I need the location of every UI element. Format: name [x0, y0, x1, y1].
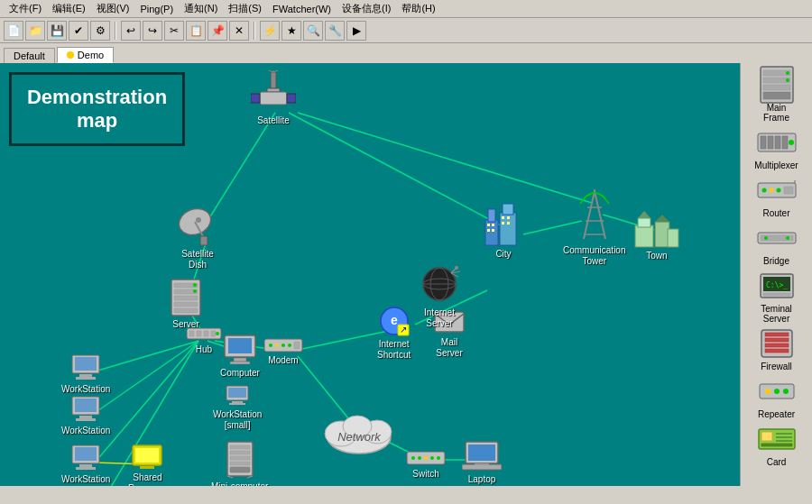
- svg-rect-173: [765, 338, 789, 342]
- node-satellite-dish[interactable]: SatelliteDish: [177, 206, 218, 270]
- svg-point-112: [430, 456, 434, 460]
- tb-save[interactable]: 💾: [47, 21, 67, 41]
- menu-edit[interactable]: 编辑(E): [47, 1, 91, 16]
- mail-server-label: MailServer: [436, 337, 462, 359]
- tb-lightning[interactable]: ⚡: [260, 21, 280, 41]
- node-internet-shortcut[interactable]: e ↗ InternetShortcut: [377, 305, 411, 361]
- svg-rect-23: [251, 94, 260, 103]
- workstation3-icon: [70, 444, 101, 472]
- menubar: 文件(F) 编辑(E) 视图(V) Ping(P) 通知(N) 扫描(S) FW…: [0, 0, 812, 18]
- tb-check[interactable]: ✔: [69, 21, 88, 41]
- menu-fwatcher[interactable]: FWatcher(W): [267, 3, 337, 15]
- computer-label: Computer: [220, 368, 260, 379]
- node-server[interactable]: Server: [170, 278, 202, 330]
- internet-server-icon: [417, 266, 462, 306]
- internet-shortcut-icon: e ↗: [378, 305, 411, 337]
- panel-bridge[interactable]: Bridge: [745, 222, 808, 266]
- node-mini-computer[interactable]: Mini-computer: [211, 440, 268, 486]
- shared-resource-icon: [131, 444, 163, 471]
- panel-repeater[interactable]: Repeater: [745, 375, 808, 419]
- mini-computer-label: Mini-computer: [211, 481, 268, 486]
- node-internet-server[interactable]: InternetServer: [417, 266, 462, 329]
- svg-rect-145: [763, 85, 790, 90]
- svg-rect-58: [79, 374, 92, 377]
- card-label: Card: [767, 457, 787, 467]
- svg-rect-172: [765, 333, 789, 336]
- menu-deviceinfo[interactable]: 设备信息(I): [337, 1, 396, 16]
- network-cloud-icon: Network: [323, 410, 395, 457]
- tb-tools[interactable]: 🔧: [325, 21, 345, 41]
- node-network[interactable]: Network: [323, 410, 395, 457]
- tb-delete[interactable]: ✕: [229, 21, 249, 41]
- workstation-small-label: WorkStation[small]: [213, 409, 262, 431]
- satellite-icon: [251, 70, 296, 114]
- svg-rect-181: [761, 432, 772, 441]
- node-hub[interactable]: Hub: [186, 325, 222, 355]
- node-switch[interactable]: Switch: [406, 449, 446, 480]
- svg-point-38: [193, 283, 197, 287]
- node-laptop[interactable]: Laptop: [462, 440, 502, 485]
- node-town[interactable]: Town: [633, 209, 680, 261]
- panel-multiplexer[interactable]: Multiplexer: [745, 126, 808, 170]
- panel-router[interactable]: Router: [745, 174, 808, 218]
- svg-rect-128: [502, 222, 504, 225]
- node-modem[interactable]: Modem: [263, 337, 303, 366]
- svg-point-158: [776, 188, 780, 193]
- workstation2-label: WorkStation: [61, 426, 110, 436]
- workstation-small-icon: [225, 384, 250, 408]
- tab-demo[interactable]: Demo: [57, 47, 114, 63]
- tb-search[interactable]: 🔍: [303, 21, 323, 41]
- tb-paste[interactable]: 📌: [208, 21, 227, 41]
- panel-mainframe[interactable]: MainFrame: [745, 69, 808, 123]
- tb-sep1: [115, 22, 116, 40]
- node-comm-tower[interactable]: CommunicationTower: [563, 189, 625, 267]
- node-workstation3[interactable]: WorkStation: [61, 444, 110, 485]
- svg-point-179: [783, 389, 789, 394]
- menu-file[interactable]: 文件(F): [4, 1, 47, 16]
- tab-dot: [67, 51, 74, 59]
- panel-firewall[interactable]: Firewall: [745, 327, 808, 371]
- menu-notify[interactable]: 通知(N): [179, 1, 223, 16]
- city-label: City: [495, 249, 511, 260]
- svg-rect-170: [763, 293, 790, 296]
- svg-rect-66: [79, 464, 92, 467]
- workstation1-icon: [70, 353, 101, 382]
- node-satellite[interactable]: Satellite: [251, 70, 296, 126]
- tb-forward[interactable]: ↪: [143, 21, 162, 41]
- hub-label: Hub: [196, 344, 212, 355]
- tb-star[interactable]: ★: [281, 21, 301, 41]
- node-workstation2[interactable]: WorkStation: [61, 395, 110, 436]
- tb-back[interactable]: ↩: [121, 21, 141, 41]
- svg-rect-83: [230, 462, 250, 465]
- node-computer[interactable]: Computer: [220, 334, 260, 379]
- svg-rect-20: [271, 72, 276, 88]
- panel-terminal-server[interactable]: C:\>_ TeminalServer: [745, 270, 808, 324]
- tb-new[interactable]: 📄: [4, 21, 23, 41]
- svg-rect-129: [507, 222, 510, 225]
- svg-point-147: [786, 71, 789, 75]
- node-city[interactable]: City: [484, 200, 523, 260]
- svg-rect-49: [230, 362, 250, 364]
- tb-run[interactable]: ▶: [346, 21, 366, 41]
- svg-point-154: [789, 140, 794, 145]
- svg-rect-76: [228, 388, 246, 398]
- node-workstation-small[interactable]: WorkStation[small]: [213, 384, 262, 431]
- node-workstation1[interactable]: WorkStation: [61, 353, 110, 395]
- menu-help[interactable]: 帮助(H): [396, 1, 440, 16]
- tab-default[interactable]: Default: [4, 48, 55, 63]
- switch-icon: [406, 449, 446, 467]
- svg-rect-137: [638, 218, 651, 227]
- menu-ping[interactable]: Ping(P): [134, 3, 179, 15]
- svg-rect-44: [211, 331, 216, 336]
- tb-cut[interactable]: ✂: [164, 21, 184, 41]
- tb-open[interactable]: 📁: [25, 21, 45, 41]
- menu-view[interactable]: 视图(V): [91, 1, 135, 16]
- tb-copy[interactable]: 📋: [186, 21, 206, 41]
- panel-card[interactable]: Card: [745, 423, 808, 467]
- shared-resource-label: SharedResource: [128, 472, 167, 486]
- svg-rect-36: [174, 302, 198, 307]
- node-shared-resource[interactable]: SharedResource: [128, 444, 167, 486]
- menu-scan[interactable]: 扫描(S): [223, 1, 267, 16]
- tb-settings[interactable]: ⚙: [90, 21, 110, 41]
- satellite-dish-label: SatelliteDish: [181, 249, 214, 270]
